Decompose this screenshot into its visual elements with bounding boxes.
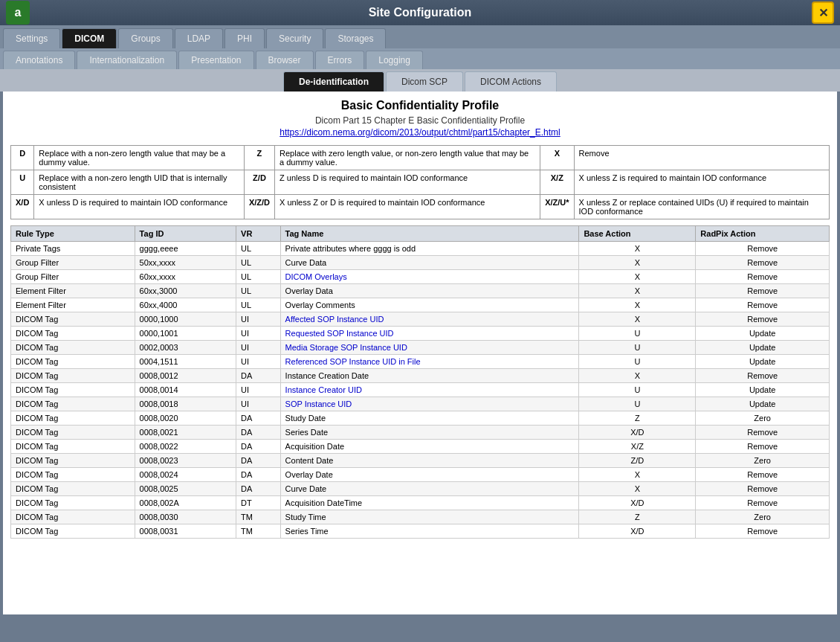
table-cell: Instance Creator UID <box>280 383 579 397</box>
table-cell: Element Filter <box>11 284 135 298</box>
close-button[interactable]: ✕ <box>812 1 834 24</box>
sub-tab-logging[interactable]: Logging <box>366 51 423 69</box>
table-row: Element Filter60xx,4000ULOverlay Comment… <box>11 298 830 312</box>
table-cell: UI <box>236 355 281 369</box>
legend-key: D <box>11 146 34 170</box>
table-cell: X <box>579 284 696 298</box>
legend-key: Z/D <box>244 170 274 195</box>
legend-desc: X unless Z is required to maintain IOD c… <box>574 170 829 195</box>
table-cell: DICOM Tag <box>11 355 135 369</box>
table-row: DICOM Tag0002,0003UIMedia Storage SOP In… <box>11 341 830 355</box>
legend-key: X/Z <box>540 170 574 195</box>
table-cell: Remove <box>696 524 830 539</box>
table-cell: Private Tags <box>11 242 135 256</box>
table-cell: SOP Instance UID <box>280 397 579 411</box>
sub-tab-errors[interactable]: Errors <box>315 51 365 69</box>
window-title: Site Configuration <box>369 6 472 19</box>
profile-title: Basic Confidentiality Profile <box>10 99 830 112</box>
table-cell: X <box>579 468 696 482</box>
third-tab-dicom-actions[interactable]: DICOM Actions <box>465 71 557 92</box>
nav-tab-phi[interactable]: PHI <box>224 28 265 48</box>
table-row: DICOM Tag0008,0025DACurve DateXRemove <box>11 482 830 496</box>
table-cell: DICOM Tag <box>11 440 135 454</box>
sub-tabs-bar: AnnotationsInternationalizationPresentat… <box>0 48 840 69</box>
table-cell: DICOM Tag <box>11 482 135 496</box>
legend-desc: Z unless D is required to maintain IOD c… <box>275 170 540 195</box>
legend-key: X/Z/D <box>244 195 274 219</box>
table-cell: 0008,002A <box>135 496 236 510</box>
table-row: DICOM Tag0008,0018UISOP Instance UIDUUpd… <box>11 397 830 411</box>
table-row: DICOM Tag0008,0024DAOverlay DateXRemove <box>11 468 830 482</box>
table-cell: DICOM Tag <box>11 327 135 341</box>
sub-tab-internationalization[interactable]: Internationalization <box>77 51 177 69</box>
table-cell: Requested SOP Instance UID <box>280 327 579 341</box>
nav-tab-dicom[interactable]: DICOM <box>62 28 117 48</box>
table-row: DICOM Tag0004,1511UIReferenced SOP Insta… <box>11 355 830 369</box>
profile-link-anchor[interactable]: https://dicom.nema.org/dicom/2013/output… <box>280 127 560 138</box>
table-cell: Remove <box>696 482 830 496</box>
table-cell: 0002,0003 <box>135 341 236 355</box>
table-row: Group Filter50xx,xxxxULCurve DataXRemove <box>11 256 830 270</box>
table-cell: Remove <box>696 496 830 510</box>
table-cell: Acquisition Date <box>280 440 579 454</box>
table-cell: UL <box>236 242 281 256</box>
table-cell: UI <box>236 341 281 355</box>
legend-key: X/D <box>11 195 34 219</box>
table-cell: 0008,0014 <box>135 383 236 397</box>
table-cell: X/D <box>579 496 696 510</box>
legend-key: Z <box>244 146 274 170</box>
table-cell: 0008,0018 <box>135 397 236 411</box>
nav-tab-groups[interactable]: Groups <box>118 28 172 48</box>
table-cell: DICOM Tag <box>11 426 135 440</box>
table-cell: DA <box>236 454 281 468</box>
table-cell: Remove <box>696 256 830 270</box>
table-cell: 0008,0025 <box>135 482 236 496</box>
data-table: Rule TypeTag IDVRTag NameBase ActionRadP… <box>10 225 830 539</box>
table-cell: U <box>579 341 696 355</box>
table-cell: DICOM Tag <box>11 411 135 426</box>
table-row: DICOM Tag0008,0012DAInstance Creation Da… <box>11 369 830 383</box>
table-row: DICOM Tag0008,0014UIInstance Creator UID… <box>11 383 830 397</box>
table-cell: U <box>579 397 696 411</box>
table-row: Element Filter60xx,3000ULOverlay DataXRe… <box>11 284 830 298</box>
nav-tab-storages[interactable]: Storages <box>325 28 386 48</box>
nav-tab-settings[interactable]: Settings <box>3 28 60 48</box>
table-cell: TM <box>236 510 281 524</box>
table-cell: DICOM Tag <box>11 510 135 524</box>
nav-tab-ldap[interactable]: LDAP <box>175 28 223 48</box>
sub-tab-browser[interactable]: Browser <box>256 51 314 69</box>
table-cell: Remove <box>696 468 830 482</box>
sub-tab-presentation[interactable]: Presentation <box>178 51 253 69</box>
table-cell: 60xx,xxxx <box>135 270 236 284</box>
app-icon: a <box>6 1 30 25</box>
table-cell: 0008,0031 <box>135 524 236 539</box>
table-cell: Series Date <box>280 426 579 440</box>
table-cell: Affected SOP Instance UID <box>280 312 579 327</box>
table-cell: Overlay Data <box>280 284 579 298</box>
third-tab-dicom-scp[interactable]: Dicom SCP <box>386 71 463 92</box>
table-cell: 50xx,xxxx <box>135 256 236 270</box>
table-cell: DT <box>236 496 281 510</box>
table-cell: DICOM Tag <box>11 454 135 468</box>
table-cell: UI <box>236 397 281 411</box>
table-row: DICOM Tag0008,0023DAContent DateZ/DZero <box>11 454 830 468</box>
legend-desc: Replace with zero length value, or non-z… <box>275 146 540 170</box>
table-cell: 0008,0021 <box>135 426 236 440</box>
table-cell: DICOM Overlays <box>280 270 579 284</box>
legend-desc: Remove <box>574 146 829 170</box>
table-cell: 0008,0023 <box>135 454 236 468</box>
table-cell: X/Z <box>579 440 696 454</box>
third-tab-de-identification[interactable]: De-identification <box>283 71 384 92</box>
sub-tab-annotations[interactable]: Annotations <box>3 51 75 69</box>
table-cell: DICOM Tag <box>11 369 135 383</box>
table-header: Base Action <box>579 226 696 242</box>
nav-tab-security[interactable]: Security <box>266 28 323 48</box>
table-cell: X <box>579 312 696 327</box>
table-cell: 0000,1001 <box>135 327 236 341</box>
table-cell: Update <box>696 355 830 369</box>
table-cell: Content Date <box>280 454 579 468</box>
table-cell: Study Date <box>280 411 579 426</box>
table-cell: DICOM Tag <box>11 524 135 539</box>
table-cell: Curve Data <box>280 256 579 270</box>
table-header: Rule Type <box>11 226 135 242</box>
